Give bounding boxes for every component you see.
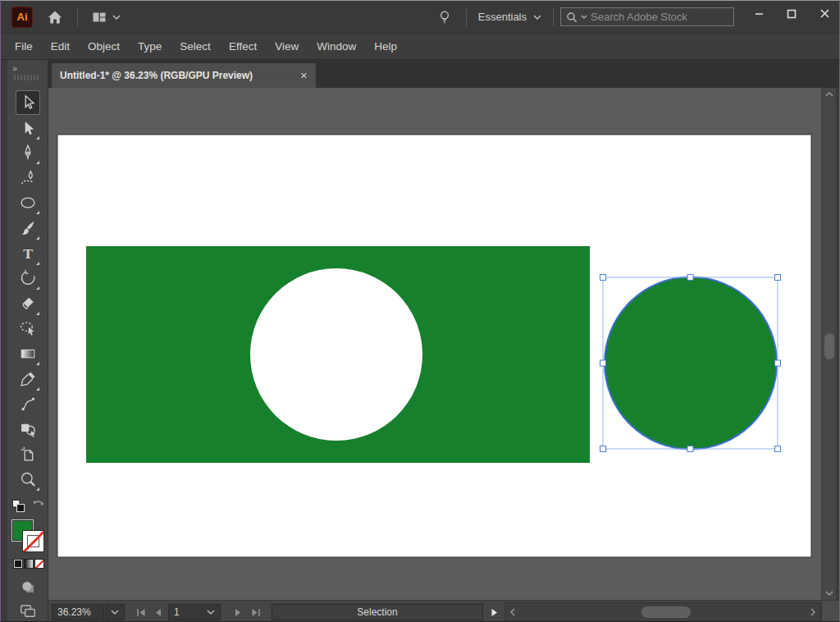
direct-selection-tool[interactable]: [16, 117, 39, 139]
scroll-up-button[interactable]: [822, 88, 837, 101]
home-button[interactable]: [39, 6, 71, 29]
white-circle-hole[interactable]: [250, 268, 422, 441]
expand-panel-button[interactable]: »: [12, 63, 18, 73]
illustrator-window: Ai Essentials: [0, 0, 840, 622]
horizontal-scroll-thumb[interactable]: [641, 606, 691, 618]
search-scope-chevron-icon[interactable]: [581, 15, 587, 19]
flyout-indicator-icon: [36, 211, 39, 214]
last-artboard-button[interactable]: [249, 606, 263, 619]
search-input[interactable]: [591, 11, 728, 23]
vertical-scroll-thumb[interactable]: [824, 333, 834, 359]
selection-handle[interactable]: [687, 275, 693, 281]
last-artboard-icon: [251, 608, 261, 617]
draw-normal-icon: [20, 579, 36, 595]
scrollbar-corner: [821, 601, 840, 622]
svg-text:T: T: [23, 245, 33, 262]
tools-panel: »: [7, 60, 48, 622]
color-button[interactable]: [13, 559, 23, 569]
flyout-indicator-icon: [36, 312, 39, 315]
panel-grip-handle[interactable]: [14, 75, 40, 80]
selection-tool[interactable]: [16, 91, 39, 114]
swap-fill-stroke-icon[interactable]: [30, 498, 45, 513]
next-artboard-button[interactable]: [231, 606, 245, 619]
paintbrush-tool[interactable]: [16, 217, 39, 240]
menu-item-file[interactable]: File: [6, 35, 42, 57]
selection-handle[interactable]: [687, 446, 693, 452]
tab-close-icon[interactable]: ✕: [300, 71, 308, 81]
blend-tool[interactable]: [16, 392, 39, 415]
search-icon: [566, 11, 578, 23]
gradient-button[interactable]: [24, 559, 34, 569]
vertical-scrollbar[interactable]: [821, 88, 836, 600]
menu-item-effect[interactable]: Effect: [220, 35, 266, 57]
horizontal-scrollbar[interactable]: [504, 602, 821, 622]
close-button[interactable]: [808, 1, 840, 27]
chevron-down-icon: [111, 610, 119, 615]
selection-handle[interactable]: [775, 275, 781, 281]
app-logo-icon[interactable]: Ai: [11, 7, 33, 28]
pen-tool[interactable]: [16, 141, 39, 164]
none-button[interactable]: [34, 559, 44, 569]
previous-artboard-icon: [154, 608, 162, 617]
title-bar: Ai Essentials: [1, 1, 840, 34]
minimize-icon: [754, 8, 765, 19]
eraser-tool[interactable]: [16, 292, 39, 315]
selection-handle[interactable]: [775, 360, 781, 366]
zoom-level-field[interactable]: 36.23%: [52, 604, 104, 620]
default-fill-stroke-icon[interactable]: [11, 498, 26, 514]
type-tool[interactable]: T: [16, 242, 39, 265]
menu-item-edit[interactable]: Edit: [42, 35, 79, 57]
selection-handle[interactable]: [600, 275, 606, 281]
selection-handle[interactable]: [600, 446, 606, 452]
lasso-tool[interactable]: [16, 317, 39, 340]
menu-item-type[interactable]: Type: [129, 35, 171, 57]
rotate-tool[interactable]: [16, 267, 39, 290]
first-artboard-icon: [136, 608, 146, 617]
scroll-down-button[interactable]: [822, 587, 837, 600]
arrange-documents-button[interactable]: [84, 6, 127, 29]
lightbulb-icon: [436, 9, 453, 25]
scroll-left-button[interactable]: [505, 608, 520, 616]
scroll-right-button[interactable]: [806, 608, 820, 616]
adobe-stock-search[interactable]: [560, 7, 734, 26]
ellipse-tool[interactable]: [16, 191, 39, 214]
selection-handle[interactable]: [600, 360, 606, 366]
flyout-indicator-icon: [36, 362, 39, 365]
screen-mode-button[interactable]: [18, 600, 38, 620]
menu-item-view[interactable]: View: [266, 35, 308, 57]
zoom-tool[interactable]: [16, 468, 39, 491]
close-icon: [819, 8, 830, 19]
menu-item-window[interactable]: Window: [308, 35, 365, 57]
menu-item-select[interactable]: Select: [171, 35, 220, 57]
curvature-tool[interactable]: [16, 167, 39, 190]
maximize-button[interactable]: [775, 1, 808, 27]
minimize-button[interactable]: [742, 1, 775, 27]
drawing-modes-button[interactable]: [18, 577, 38, 597]
titlebar-divider: [553, 8, 554, 26]
gradient-tool[interactable]: [16, 342, 39, 365]
previous-artboard-button[interactable]: [150, 606, 165, 619]
status-flyout-button[interactable]: [486, 606, 501, 619]
eyedropper-tool[interactable]: [16, 368, 39, 391]
workspace-switcher[interactable]: Essentials: [473, 11, 546, 23]
document-tab[interactable]: Untitled-1* @ 36.23% (RGB/GPU Preview) ✕: [52, 63, 316, 88]
zoom-level-dropdown[interactable]: [105, 604, 125, 620]
first-artboard-button[interactable]: [134, 606, 148, 619]
shape-builder-tool[interactable]: [16, 418, 39, 441]
home-icon: [46, 8, 64, 26]
flyout-indicator-icon: [36, 161, 39, 164]
menu-item-object[interactable]: Object: [79, 35, 129, 57]
selected-green-circle[interactable]: [605, 277, 777, 450]
workspace-label: Essentials: [478, 11, 527, 23]
discover-button[interactable]: [430, 6, 459, 29]
selection-handle[interactable]: [775, 446, 781, 452]
menu-item-help[interactable]: Help: [365, 35, 406, 57]
chevron-down-icon: [207, 610, 215, 615]
stroke-color-swatch[interactable]: [22, 530, 44, 552]
status-bar: 36.23% 1 Selection: [48, 600, 840, 622]
artboard-navigation-field[interactable]: 1: [168, 604, 221, 620]
document-tab-title: Untitled-1* @ 36.23% (RGB/GPU Preview): [60, 70, 253, 81]
artboard-tool[interactable]: [16, 442, 39, 465]
canvas-pasteboard[interactable]: [48, 88, 821, 600]
titlebar-divider: [77, 8, 78, 26]
